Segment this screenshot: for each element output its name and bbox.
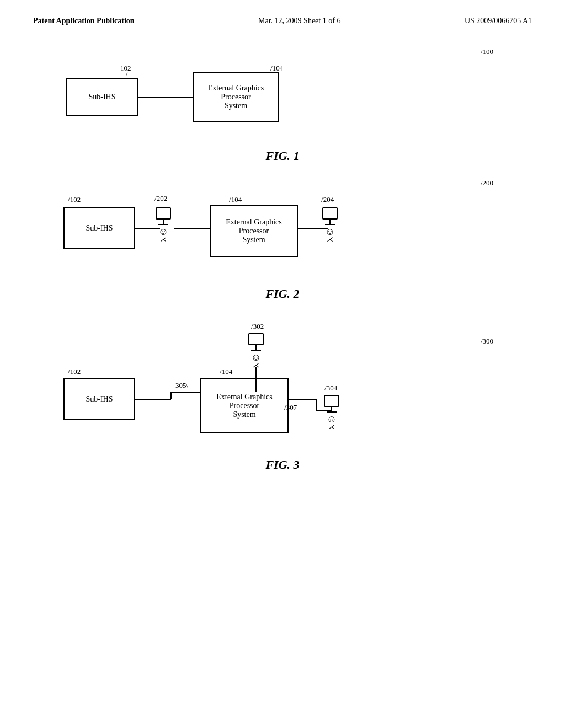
sub-ihs-box-fig1: Sub-IHS [66,78,138,116]
monitor-304: ☺ ⋌ [324,395,339,431]
ref-102-fig3: /102 [68,367,81,376]
ref-100: /100 [481,47,493,56]
header: Patent Application Publication Mar. 12, … [33,17,532,25]
connector-fig1 [138,97,193,98]
conn-subihs-step3 [170,392,201,393]
sub-ihs-box-fig2: Sub-IHS [63,207,135,249]
fig2-label: FIG. 2 [33,287,532,301]
ref-307: /307 [284,403,297,412]
egps-box-fig2: External Graphics Processor System [210,205,298,257]
ref-104-fig3: /104 [220,367,232,376]
conn-egps-step1 [289,399,316,400]
ref-104-fig2: /104 [229,195,242,204]
ref-202: /202 [154,194,167,203]
monitor-302: ☺ ⋌ [248,333,264,370]
header-left: Patent Application Publication [33,17,135,25]
sub-ihs-box-fig3: Sub-IHS [63,378,135,420]
figure-3-area: /300 /302 ☺ ⋌ /102 Sub-IHS 305\ [33,318,532,472]
tick-102-fig1: / [126,69,128,78]
page: Patent Application Publication Mar. 12, … [0,0,565,728]
conn-202-to-egps [174,228,210,229]
monitor-204: ☺ ⋌ [322,207,338,244]
header-right: US 2009/0066705 A1 [465,17,532,25]
ref-204: /204 [321,195,334,204]
egps-box-fig1: External Graphics Processor System [193,72,279,122]
conn-egps-step2 [316,399,317,410]
ref-300: /300 [481,337,493,346]
conn-subihs-step1 [135,399,171,400]
header-center: Mar. 12, 2009 Sheet 1 of 6 [258,17,340,25]
ref-104-fig1: /104 [270,64,283,73]
monitor-202: ☺ ⋌ [156,207,171,244]
ref-305: 305\ [175,381,188,390]
fig3-label: FIG. 3 [33,458,532,472]
figure-1-area: /100 102 / Sub-IHS /104 External Graphic… [33,42,532,163]
fig1-label: FIG. 1 [33,149,532,163]
figure-2-area: /200 /102 Sub-IHS /202 ☺ ⋌ /104 [33,174,532,301]
ref-302: /302 [251,322,264,331]
ref-304: /304 [324,384,337,393]
ref-200: /200 [481,179,493,188]
egps-box-fig3: External Graphics Processor System [200,378,289,433]
ref-102-fig2: /102 [68,195,81,204]
